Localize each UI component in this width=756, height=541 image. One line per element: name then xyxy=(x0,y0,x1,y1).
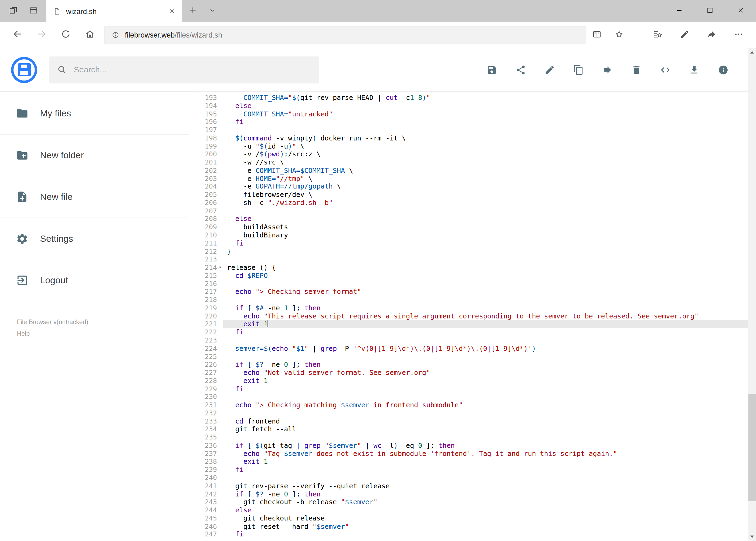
code-line[interactable]: 201 -w //src \ xyxy=(189,158,748,166)
tab-preview-toggle[interactable] xyxy=(203,0,221,22)
refresh-button[interactable] xyxy=(55,24,76,46)
share-button-app[interactable] xyxy=(512,61,529,78)
code-line[interactable]: 197 xyxy=(189,126,748,134)
maximize-button[interactable] xyxy=(694,0,725,22)
help-link[interactable]: Help xyxy=(17,330,30,338)
code-line[interactable]: 211 fi xyxy=(189,239,748,248)
forward-button[interactable] xyxy=(31,24,52,46)
code-line[interactable]: 212} xyxy=(189,248,748,256)
code-line[interactable]: 233 cd frontend xyxy=(189,417,748,425)
code-line[interactable]: 199 -u "$(id -u)" \ xyxy=(189,142,748,150)
code-line[interactable]: 247 fi xyxy=(189,530,748,539)
sidebar-item-my-files[interactable]: My files xyxy=(0,93,189,134)
search-input[interactable] xyxy=(74,65,286,75)
hub-button[interactable] xyxy=(649,25,666,45)
code-line[interactable]: 228 exit 1 xyxy=(189,377,748,385)
code-editor[interactable]: 193 COMMIT_SHA="$(git rev-parse HEAD | c… xyxy=(189,92,748,541)
code-line[interactable]: 227 echo "Not valid semver format. See s… xyxy=(189,369,748,377)
home-button[interactable] xyxy=(79,24,101,46)
code-line[interactable]: 215 cd $REPO xyxy=(189,271,748,279)
code-line[interactable]: 204 -e GOPATH=//tmp/gopath \ xyxy=(189,183,748,191)
code-line[interactable]: 244 else xyxy=(189,506,748,514)
code-line[interactable]: 236 if [ $(git tag | grep "$semver" | wc… xyxy=(189,441,748,449)
fold-marker-icon[interactable]: ▾ xyxy=(217,264,223,271)
site-info-icon[interactable] xyxy=(110,29,121,41)
download-button[interactable] xyxy=(685,61,703,78)
code-line[interactable]: 214▾release () { xyxy=(189,264,748,271)
code-line[interactable]: 231 echo "> Checking matching $semver in… xyxy=(189,401,748,409)
copy-button[interactable] xyxy=(570,61,587,78)
close-button[interactable] xyxy=(725,0,756,22)
code-line[interactable]: 237 echo "Tag $semver does not exist in … xyxy=(189,449,748,457)
address-bar[interactable]: filebrowser.web/files/wizard.sh xyxy=(104,26,586,44)
delete-button[interactable] xyxy=(628,61,645,78)
fold-gutter xyxy=(217,441,223,449)
tabs-set-aside-button[interactable] xyxy=(25,3,42,19)
scroll-down-button[interactable] xyxy=(748,533,756,541)
code-line[interactable]: 224 semver=$(echo "$1" | grep -P '^v(0|[… xyxy=(189,344,748,352)
web-note-button[interactable] xyxy=(676,25,693,45)
code-line[interactable]: 223 xyxy=(189,336,748,344)
code-line[interactable]: 240 xyxy=(189,474,748,482)
code-line[interactable]: 238 exit 1 xyxy=(189,457,748,466)
code-line[interactable]: 220 echo "This release script requires a… xyxy=(189,312,748,320)
code-line[interactable]: 232 xyxy=(189,409,748,417)
sidebar-item-settings[interactable]: Settings xyxy=(0,218,189,260)
code-line[interactable]: 213 xyxy=(189,256,748,264)
code-line[interactable]: 203 -e HOME="//tmp" \ xyxy=(189,175,748,183)
raw-code-button[interactable] xyxy=(657,61,674,78)
code-line[interactable]: 222 fi xyxy=(189,328,748,336)
minimize-button[interactable] xyxy=(663,0,694,22)
code-line[interactable]: 221 exit 1 xyxy=(189,320,748,328)
search-box[interactable] xyxy=(49,56,319,83)
code-line[interactable]: 202 -e COMMIT_SHA=$COMMIT_SHA \ xyxy=(189,166,748,175)
rename-button[interactable] xyxy=(541,61,558,78)
code-line[interactable]: 195 COMMIT_SHA="untracked" xyxy=(189,110,748,118)
code-line[interactable]: 242 if [ $? -ne 0 ]; then xyxy=(189,490,748,498)
code-line[interactable]: 216 xyxy=(189,279,748,287)
scrollbar-thumb[interactable] xyxy=(748,394,756,501)
code-line[interactable]: 217 echo "> Checking semver format" xyxy=(189,287,748,296)
code-line[interactable]: 206 sh -c "./wizard.sh -b" xyxy=(189,199,748,207)
page-scrollbar[interactable] xyxy=(748,48,756,541)
code-line[interactable]: 193 COMMIT_SHA="$(git rev-parse HEAD | c… xyxy=(189,94,748,102)
browser-tab[interactable]: wizard.sh xyxy=(46,0,182,22)
info-button[interactable] xyxy=(714,61,732,78)
code-line[interactable]: 243 git checkout -b release "$semver" xyxy=(189,498,748,506)
code-line[interactable]: 225 xyxy=(189,352,748,360)
new-tab-button[interactable] xyxy=(182,0,203,22)
move-button[interactable] xyxy=(599,61,616,78)
reading-view-button[interactable] xyxy=(588,25,606,45)
code-line[interactable]: 229 fi xyxy=(189,385,748,393)
tab-close-icon[interactable] xyxy=(166,5,178,17)
more-menu-button[interactable] xyxy=(730,25,747,45)
sidebar-item-new-folder[interactable]: New folder xyxy=(0,135,189,176)
code-line[interactable]: 200 -v /$(pwd):/src:z \ xyxy=(189,150,748,158)
code-line[interactable]: 234 git fetch --all xyxy=(189,425,748,433)
code-line[interactable]: 239 fi xyxy=(189,466,748,474)
code-line[interactable]: 196 fi xyxy=(189,118,748,126)
code-line[interactable]: 208 else xyxy=(189,215,748,223)
back-button[interactable] xyxy=(7,24,28,46)
code-line[interactable]: 194 else xyxy=(189,102,748,110)
code-line[interactable]: 241 git rev-parse --verify --quiet relea… xyxy=(189,482,748,490)
save-button[interactable] xyxy=(483,61,500,78)
add-favorite-button[interactable] xyxy=(611,25,628,45)
set-tabs-aside-button[interactable] xyxy=(5,3,21,19)
code-line[interactable]: 209 buildAssets xyxy=(189,223,748,231)
code-line[interactable]: 207 xyxy=(189,207,748,215)
sidebar-item-logout[interactable]: Logout xyxy=(0,260,189,301)
scroll-up-button[interactable] xyxy=(748,48,756,56)
code-line[interactable]: 198 $(command -v winpty) docker run --rm… xyxy=(189,134,748,142)
code-line[interactable]: 218 xyxy=(189,296,748,304)
code-line[interactable]: 245 git checkout release xyxy=(189,514,748,522)
code-line[interactable]: 230 xyxy=(189,393,748,401)
sidebar-item-new-file[interactable]: New file xyxy=(0,176,189,218)
code-line[interactable]: 226 if [ $? -ne 0 ]; then xyxy=(189,360,748,369)
code-line[interactable]: 246 git reset --hard "$semver" xyxy=(189,522,748,530)
code-line[interactable]: 219 if [ $# -ne 1 ]; then xyxy=(189,304,748,312)
share-button[interactable] xyxy=(703,25,720,45)
code-line[interactable]: 205 filebrowser/dev \ xyxy=(189,191,748,199)
code-line[interactable]: 210 buildBinary xyxy=(189,231,748,239)
code-line[interactable]: 235 xyxy=(189,433,748,441)
